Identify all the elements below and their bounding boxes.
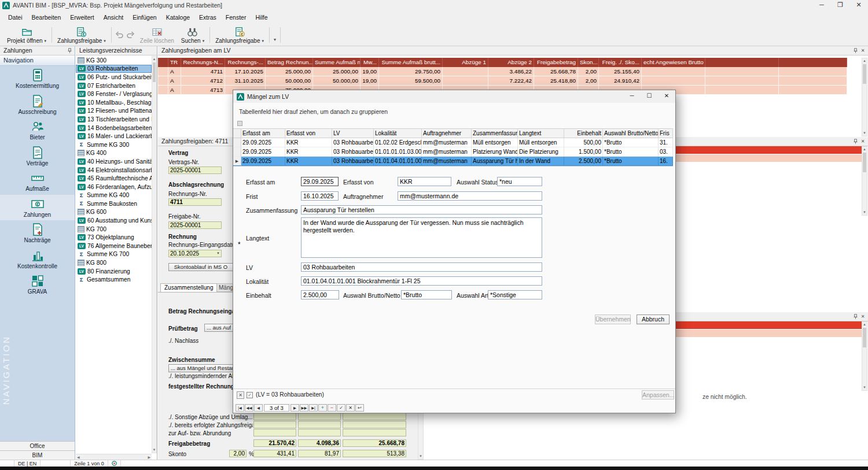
- lokalitaet-field[interactable]: 01.01.04.01.01.001 Blockrahmentür 1-Fl 2…: [301, 276, 542, 286]
- table-vertical-scrollbar[interactable]: ▲ ▼: [862, 58, 867, 136]
- tree-item[interactable]: LV60 Ausstattung und Kunstw...: [76, 216, 152, 225]
- column-header[interactable]: Freig. ./. Sko...: [599, 58, 642, 67]
- pin-icon[interactable]: [852, 313, 859, 320]
- close-panel-icon[interactable]: ✕: [859, 313, 866, 320]
- menu-item[interactable]: Extras: [194, 11, 221, 24]
- skonto-percent-field[interactable]: 2,00: [229, 450, 247, 457]
- column-header[interactable]: [779, 58, 847, 67]
- column-header[interactable]: Betrag Rechnun...: [266, 58, 313, 67]
- menu-item[interactable]: Bearbeiten: [27, 11, 66, 24]
- menu-item[interactable]: Kataloge: [161, 11, 194, 24]
- fast-rewind-button[interactable]: ◀◀: [245, 404, 253, 412]
- aus-aufmass-button[interactable]: ... aus Auf: [204, 324, 233, 332]
- column-header[interactable]: Summe Aufmaß brutt...: [379, 58, 443, 67]
- value-field[interactable]: 81,97: [298, 450, 341, 457]
- value-field[interactable]: 25.668,78: [343, 439, 406, 447]
- first-record-button[interactable]: |◀: [236, 404, 244, 412]
- tree-item[interactable]: KG 400: [76, 149, 152, 158]
- tree-item[interactable]: LV12 Fliesen- und Plattenarbe...: [76, 107, 152, 116]
- uebernehmen-button[interactable]: Übernehmen: [595, 314, 631, 324]
- menu-item[interactable]: Fenster: [221, 11, 251, 24]
- aus-maengel-button[interactable]: ... aus Mängel und Restarb...: [168, 364, 233, 372]
- tree-item[interactable]: KG 300: [76, 56, 152, 65]
- tree-item[interactable]: LV03 Rohbauarbeiten: [76, 65, 152, 73]
- column-header[interactable]: Skon...: [578, 58, 599, 67]
- value-field[interactable]: [298, 429, 341, 436]
- tree-item[interactable]: KG 600: [76, 208, 152, 217]
- column-header[interactable]: Langtext: [518, 129, 564, 138]
- value-field[interactable]: 431,41: [253, 450, 296, 457]
- grid-row[interactable]: 29.09.2025KKR03 Rohbauarbeiter01.01.01.0…: [233, 147, 673, 157]
- pin-icon[interactable]: [66, 47, 73, 54]
- close-panel-icon[interactable]: ✕: [859, 138, 866, 145]
- brutto-netto-field[interactable]: *Brutto: [401, 290, 452, 299]
- cancel-edit-button[interactable]: ✕: [346, 404, 355, 412]
- dialog-close-button[interactable]: ✕: [658, 90, 675, 103]
- menu-item[interactable]: Hilfe: [251, 11, 272, 24]
- scroll-thumb[interactable]: [863, 153, 866, 172]
- column-header[interactable]: Erfasst am: [241, 129, 285, 138]
- value-field[interactable]: [343, 429, 406, 436]
- tree-item[interactable]: LV13 Tischlerarbeiten und Inn...: [76, 115, 152, 124]
- tree-item[interactable]: LV06 Putz- und Stuckarbeiten,: [76, 73, 152, 82]
- delete-record-button[interactable]: −: [328, 404, 336, 412]
- skontoablauf-button[interactable]: Skontoablauf in MS O: [168, 263, 233, 271]
- fast-forward-button[interactable]: ▶▶: [300, 404, 308, 412]
- value-field[interactable]: [253, 413, 296, 420]
- column-header[interactable]: Fris: [659, 129, 673, 138]
- dialog-titlebar[interactable]: Mängel zum LV ─ ☐ ✕: [233, 90, 675, 103]
- menu-item[interactable]: Einfügen: [128, 11, 161, 24]
- previous-record-button[interactable]: ◀: [254, 404, 263, 412]
- sidebar-item-grava[interactable]: GRAVA: [0, 272, 75, 298]
- value-field[interactable]: [253, 421, 296, 428]
- sidebar-item-zahlungen[interactable]: €Zahlungen: [0, 195, 75, 221]
- column-header[interactable]: Erfasst von: [285, 129, 332, 138]
- close-button[interactable]: ✕: [849, 0, 868, 10]
- column-header[interactable]: [705, 58, 779, 67]
- pin-icon[interactable]: [852, 47, 859, 54]
- sidebar-item-verträge[interactable]: Verträge: [0, 143, 75, 169]
- tree-item[interactable]: ΣSumme KG 300: [76, 140, 152, 149]
- tree-item[interactable]: KG 700: [76, 225, 152, 234]
- tree-item[interactable]: LV44 Elektroinstallationsarbeit...: [76, 166, 152, 175]
- sidebar-item-kostenermittlung[interactable]: Kostenermittlung: [0, 66, 75, 92]
- tree-item[interactable]: KG 800: [76, 258, 152, 267]
- clear-filter-button[interactable]: ✕: [237, 391, 244, 399]
- sidebar-item-ausschreibung[interactable]: Ausschreibung: [0, 92, 75, 118]
- last-record-button[interactable]: ▶|: [309, 404, 318, 412]
- tab-zusammenstellung[interactable]: Zusammenstellung: [160, 283, 217, 292]
- tree-item[interactable]: ΣGesamtsummen: [76, 275, 152, 284]
- tree-item[interactable]: LV40 Heizungs- und Sanitäran...: [76, 157, 152, 166]
- sidebar-item-kostenkontrolle[interactable]: Kostenkontrolle: [0, 246, 75, 272]
- value-field[interactable]: 513,38: [343, 450, 406, 457]
- erfasst-am-field[interactable]: 29.09.2025: [301, 177, 339, 186]
- tree-item[interactable]: ΣSumme KG 700: [76, 250, 152, 259]
- sidebar-item-aufmaße[interactable]: Aufmaße: [0, 169, 75, 195]
- column-header[interactable]: Einbehalt: [564, 129, 603, 138]
- column-header[interactable]: Zusammenfassung: [472, 129, 518, 138]
- column-header[interactable]: Rechnungs-N...: [181, 58, 225, 67]
- tree-item[interactable]: LV73 Objektplanung: [76, 233, 152, 242]
- close-panel-icon[interactable]: ✕: [859, 47, 866, 54]
- lv-field[interactable]: 03 Rohbauarbeiten: [301, 262, 542, 272]
- bim-button[interactable]: BIM: [0, 450, 75, 460]
- column-header[interactable]: Rechnungs-...: [225, 58, 266, 67]
- value-field[interactable]: [343, 421, 406, 428]
- add-record-button[interactable]: +: [318, 404, 327, 412]
- einbehalt-field[interactable]: 2.500,00: [301, 290, 339, 299]
- auftragnehmer-field[interactable]: mm@mustermann.de: [398, 191, 542, 201]
- pin-icon[interactable]: [852, 138, 859, 145]
- delete-row-button[interactable]: Zeile löschen: [137, 25, 178, 45]
- freigabe-nr-field[interactable]: 2025-00001: [168, 221, 222, 229]
- menu-item[interactable]: Erweitert: [65, 11, 98, 24]
- column-header[interactable]: Mw...: [361, 58, 379, 67]
- nav-group-header[interactable]: Navigation: [0, 55, 75, 66]
- payment-release-button[interactable]: € Zahlungsfreigabe▾: [54, 25, 109, 45]
- column-header[interactable]: Auftragnehmer: [422, 129, 472, 138]
- column-header[interactable]: Abzüge 2: [488, 58, 534, 67]
- column-header[interactable]: LV: [332, 129, 374, 138]
- menu-item[interactable]: Datei: [3, 11, 27, 24]
- value-field[interactable]: [298, 421, 341, 428]
- anpassen-button[interactable]: Anpassen...: [642, 390, 674, 399]
- tree-item[interactable]: LV10 Metallbau-, Beschlag- u...: [76, 98, 152, 107]
